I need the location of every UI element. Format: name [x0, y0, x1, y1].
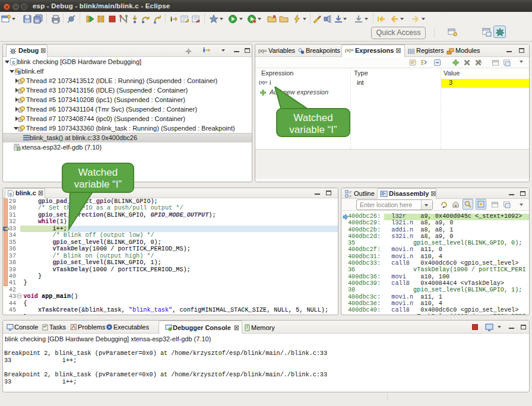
svg-text:c: c [10, 191, 12, 196]
svg-text:i: i [170, 15, 172, 23]
svg-text:c: c [12, 59, 15, 65]
